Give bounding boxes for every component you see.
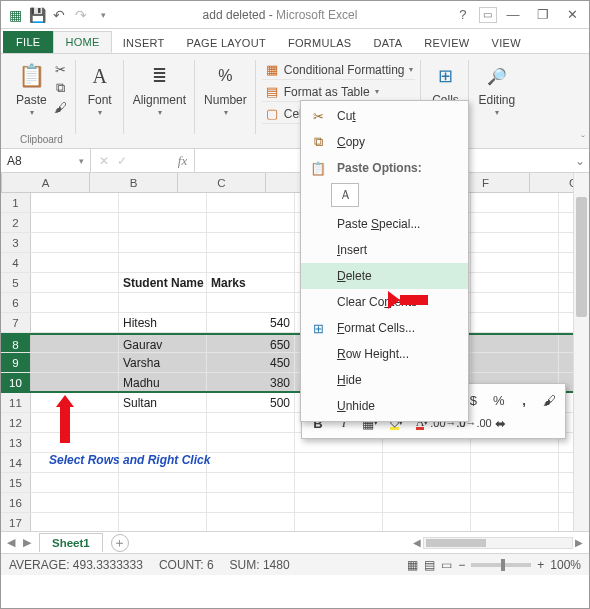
cell[interactable] xyxy=(119,493,207,512)
cell[interactable]: Marks xyxy=(207,273,295,292)
cell[interactable]: Hitesh xyxy=(119,313,207,332)
number-group-button[interactable]: % Number▾ xyxy=(201,58,250,119)
name-box[interactable]: A8▾ xyxy=(1,149,91,172)
grid-row[interactable]: 7Hitesh540 xyxy=(1,313,573,333)
cell[interactable] xyxy=(31,473,119,492)
collapse-ribbon-icon[interactable]: ˇ xyxy=(581,134,585,146)
percent-format-icon[interactable]: % xyxy=(489,391,508,409)
cell[interactable] xyxy=(295,513,383,531)
sheet-nav-prev-icon[interactable]: ◀ xyxy=(7,536,15,549)
row-header[interactable]: 7 xyxy=(1,313,31,332)
cell[interactable] xyxy=(31,353,119,372)
cell[interactable]: 650 xyxy=(207,335,295,352)
cell[interactable] xyxy=(207,413,295,432)
cell[interactable] xyxy=(383,493,471,512)
cell[interactable] xyxy=(295,473,383,492)
qat-customize-icon[interactable]: ▾ xyxy=(95,7,111,23)
paste-button[interactable]: 📋 Paste ▾ xyxy=(13,58,50,119)
tab-review[interactable]: REVIEW xyxy=(413,33,480,53)
row-header[interactable]: 8 xyxy=(1,335,31,352)
row-header[interactable]: 5 xyxy=(1,273,31,292)
cell[interactable]: Sultan xyxy=(119,393,207,412)
undo-icon[interactable]: ↶ xyxy=(51,7,67,23)
cell[interactable] xyxy=(471,293,559,312)
cell[interactable] xyxy=(31,433,119,452)
view-page-break-icon[interactable]: ▭ xyxy=(441,558,452,572)
cell[interactable] xyxy=(471,253,559,272)
cell[interactable] xyxy=(471,193,559,212)
copy-icon[interactable]: ⧉ xyxy=(52,80,70,96)
menu-delete[interactable]: Delete xyxy=(301,263,468,289)
row-header[interactable]: 15 xyxy=(1,473,31,492)
menu-format-cells[interactable]: ⊞Format Cells... xyxy=(301,315,468,341)
cell[interactable] xyxy=(119,253,207,272)
col-header-a[interactable]: A xyxy=(2,173,90,192)
hscroll-left-icon[interactable]: ◀ xyxy=(413,537,421,548)
cell[interactable] xyxy=(207,433,295,452)
cell[interactable] xyxy=(471,233,559,252)
cell[interactable] xyxy=(31,253,119,272)
cell[interactable] xyxy=(119,433,207,452)
row-header[interactable]: 11 xyxy=(1,393,31,412)
cell[interactable]: Student Name xyxy=(119,273,207,292)
cell[interactable] xyxy=(207,293,295,312)
ribbon-display-button[interactable]: ▭ xyxy=(479,7,497,23)
cell[interactable] xyxy=(471,313,559,332)
cell[interactable] xyxy=(31,273,119,292)
cell[interactable] xyxy=(207,453,295,472)
menu-paste-special[interactable]: Paste Special... xyxy=(301,211,468,237)
redo-icon[interactable]: ↷ xyxy=(73,7,89,23)
vertical-scrollbar[interactable] xyxy=(573,173,589,531)
cell[interactable]: Gaurav xyxy=(119,335,207,352)
grid-row[interactable]: 17 xyxy=(1,513,573,531)
grid-row[interactable]: 8Gaurav650 xyxy=(1,333,573,353)
grid-row[interactable]: 16 xyxy=(1,493,573,513)
paste-option-default[interactable]: Ａ xyxy=(331,183,359,207)
cell[interactable] xyxy=(119,293,207,312)
menu-row-height[interactable]: Row Height... xyxy=(301,341,468,367)
cell[interactable] xyxy=(471,513,559,531)
font-group-button[interactable]: A Font▾ xyxy=(82,58,118,119)
tab-insert[interactable]: INSERT xyxy=(112,33,176,53)
view-page-layout-icon[interactable]: ▤ xyxy=(424,558,435,572)
format-painter-icon[interactable]: 🖌 xyxy=(52,99,70,115)
row-header[interactable]: 12 xyxy=(1,413,31,432)
cell[interactable] xyxy=(119,213,207,232)
row-header[interactable]: 1 xyxy=(1,193,31,212)
cell[interactable] xyxy=(471,335,559,352)
cell[interactable]: 500 xyxy=(207,393,295,412)
cut-icon[interactable]: ✂ xyxy=(52,61,70,77)
cell[interactable] xyxy=(31,493,119,512)
row-header[interactable]: 2 xyxy=(1,213,31,232)
cell[interactable] xyxy=(119,473,207,492)
help-button[interactable]: ? xyxy=(449,5,477,25)
cell[interactable] xyxy=(295,493,383,512)
cell[interactable]: 540 xyxy=(207,313,295,332)
conditional-formatting-button[interactable]: ▦Conditional Formatting▾ xyxy=(262,60,416,80)
grid-row[interactable]: 3 xyxy=(1,233,573,253)
row-header[interactable]: 10 xyxy=(1,373,31,391)
tab-file[interactable]: FILE xyxy=(3,31,53,53)
cell[interactable] xyxy=(31,393,119,412)
comma-format-icon[interactable]: , xyxy=(514,391,533,409)
editing-group-button[interactable]: 🔎 Editing▾ xyxy=(475,58,518,119)
row-header[interactable]: 4 xyxy=(1,253,31,272)
cell[interactable] xyxy=(207,473,295,492)
close-button[interactable]: ✕ xyxy=(559,5,587,25)
expand-formula-bar-icon[interactable]: ⌄ xyxy=(571,154,589,168)
minimize-button[interactable]: — xyxy=(499,5,527,25)
tab-data[interactable]: DATA xyxy=(362,33,413,53)
restore-button[interactable]: ❐ xyxy=(529,5,557,25)
tab-formulas[interactable]: FORMULAS xyxy=(277,33,363,53)
cell[interactable] xyxy=(119,413,207,432)
cell[interactable] xyxy=(31,513,119,531)
cell[interactable] xyxy=(31,413,119,432)
zoom-out-icon[interactable]: − xyxy=(458,558,465,572)
cell[interactable]: Varsha xyxy=(119,353,207,372)
menu-copy[interactable]: ⧉Copy xyxy=(301,129,468,155)
row-header[interactable]: 9 xyxy=(1,353,31,372)
grid-row[interactable]: 15 xyxy=(1,473,573,493)
cell[interactable] xyxy=(471,493,559,512)
cell[interactable] xyxy=(295,453,383,472)
row-header[interactable]: 13 xyxy=(1,433,31,452)
